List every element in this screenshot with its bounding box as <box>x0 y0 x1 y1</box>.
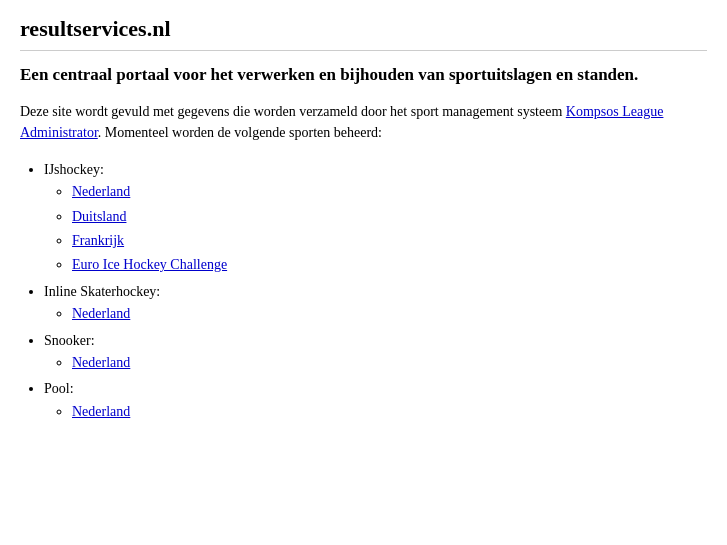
sport-subitem-1-0: Nederland <box>72 303 707 325</box>
sport-link-0-0[interactable]: Nederland <box>72 184 130 199</box>
sport-link-0-1[interactable]: Duitsland <box>72 209 126 224</box>
description-text-1: Deze site wordt gevuld met gegevens die … <box>20 104 566 119</box>
tagline-text: Een centraal portaal voor het verwerken … <box>20 65 638 84</box>
sport-sublist-1: Nederland <box>72 303 707 325</box>
sport-link-0-2[interactable]: Frankrijk <box>72 233 124 248</box>
site-title: resultservices.nl <box>20 16 707 51</box>
description-text-2: . Momenteel worden de volgende sporten b… <box>98 125 382 140</box>
sport-sublist-3: Nederland <box>72 401 707 423</box>
sport-link-0-3[interactable]: Euro Ice Hockey Challenge <box>72 257 227 272</box>
sport-subitem-0-3: Euro Ice Hockey Challenge <box>72 254 707 276</box>
site-title-text: resultservices.nl <box>20 16 171 41</box>
sport-subitem-0-1: Duitsland <box>72 206 707 228</box>
sport-item-1: Inline Skaterhockey:Nederland <box>44 281 707 326</box>
sport-sublist-0: NederlandDuitslandFrankrijkEuro Ice Hock… <box>72 181 707 277</box>
sport-subitem-3-0: Nederland <box>72 401 707 423</box>
sport-link-3-0[interactable]: Nederland <box>72 404 130 419</box>
description: Deze site wordt gevuld met gegevens die … <box>20 101 707 143</box>
sport-item-2: Snooker:Nederland <box>44 330 707 375</box>
tagline: Een centraal portaal voor het verwerken … <box>20 63 707 87</box>
sport-subitem-2-0: Nederland <box>72 352 707 374</box>
sport-link-2-0[interactable]: Nederland <box>72 355 130 370</box>
sport-item-3: Pool:Nederland <box>44 378 707 423</box>
sport-link-1-0[interactable]: Nederland <box>72 306 130 321</box>
sport-subitem-0-0: Nederland <box>72 181 707 203</box>
sport-item-0: IJshockey:NederlandDuitslandFrankrijkEur… <box>44 159 707 277</box>
sports-list: IJshockey:NederlandDuitslandFrankrijkEur… <box>44 159 707 423</box>
sport-subitem-0-2: Frankrijk <box>72 230 707 252</box>
sport-sublist-2: Nederland <box>72 352 707 374</box>
